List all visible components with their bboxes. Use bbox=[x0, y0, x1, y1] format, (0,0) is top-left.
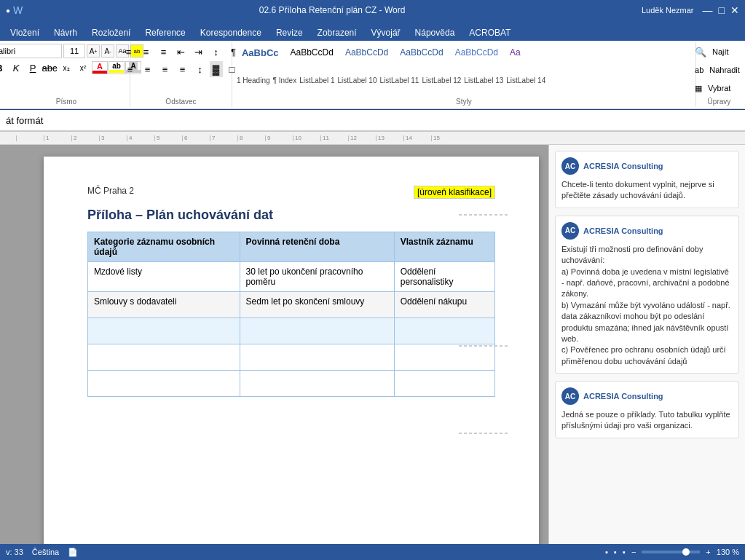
underline-button[interactable]: P bbox=[25, 60, 41, 76]
ribbon-tabs: Vložení Návrh Rozložení Reference Koresp… bbox=[0, 20, 745, 41]
tab-vlozeni[interactable]: Vložení bbox=[3, 25, 47, 41]
tab-korespondence[interactable]: Korespondence bbox=[193, 25, 269, 41]
tab-napoveda[interactable]: Nápověda bbox=[408, 25, 462, 41]
ruler: 1 2 3 4 5 6 7 8 9 10 11 12 13 14 15 bbox=[0, 132, 745, 145]
table-row: Smlouvy s dodavateli Sedm let po skončen… bbox=[88, 292, 495, 318]
comment-text-1: Chcete-li tento dokument vyplnit, nejprv… bbox=[561, 179, 733, 202]
cell-category-2[interactable]: Smlouvy s dodavateli bbox=[88, 292, 240, 318]
minimize-button[interactable]: — bbox=[703, 4, 713, 16]
style-h1[interactable]: AaBbCcDd bbox=[340, 45, 393, 61]
find-button[interactable]: Najít bbox=[709, 44, 733, 60]
cell-category-4[interactable] bbox=[88, 344, 240, 371]
window-controls[interactable]: — □ ✕ bbox=[703, 4, 739, 16]
plus-icon[interactable]: + bbox=[706, 548, 710, 556]
ribbon-content: A+ A- Aa ab B K P abc x₂ x² A bbox=[0, 41, 745, 109]
cell-category-3[interactable] bbox=[88, 318, 240, 344]
style-h2[interactable]: AaBbCcDd bbox=[395, 45, 448, 61]
col-header-category: Kategorie záznamu osobních údajů bbox=[88, 232, 240, 262]
comment-header-2: AC ACRESIA Consulting bbox=[561, 222, 733, 240]
font-color-button[interactable]: A bbox=[92, 61, 108, 74]
retention-table: Kategorie záznamu osobních údajů Povinná… bbox=[87, 232, 495, 397]
cell-retention-3[interactable] bbox=[240, 318, 394, 344]
table-header-row: Kategorie záznamu osobních údajů Povinná… bbox=[88, 232, 495, 262]
tab-zobrazeni[interactable]: Zobrazení bbox=[310, 25, 364, 41]
cell-retention-1[interactable]: 30 let po ukončení pracovního poměru bbox=[240, 262, 394, 292]
ruler-marks: 1 2 3 4 5 6 7 8 9 10 11 12 13 14 15 bbox=[6, 135, 739, 141]
tab-acrobat[interactable]: ACROBAT bbox=[462, 25, 518, 41]
ribbon-group-paragraph: ≡ ≡ ≡ ⇤ ⇥ ↕ ¶ ≡ ≡ ≡ ≡ ↕ ▓ □ Od bbox=[130, 42, 232, 107]
align-center[interactable]: ≡ bbox=[140, 61, 156, 77]
zoom-level: 130 % bbox=[717, 548, 739, 556]
minus-icon[interactable]: − bbox=[631, 548, 636, 556]
bullets-button[interactable]: ≡ bbox=[121, 44, 137, 60]
tab-navrh[interactable]: Návrh bbox=[47, 25, 84, 41]
sort[interactable]: ↕ bbox=[208, 44, 224, 60]
strikethrough-button[interactable]: abc bbox=[42, 60, 58, 76]
style-label-ll12: ListLabel 12 bbox=[422, 76, 461, 84]
table-row bbox=[88, 371, 495, 397]
italic-button[interactable]: K bbox=[8, 60, 24, 76]
comment-panel: AC ACRESIA Consulting Chcete-li tento do… bbox=[548, 145, 745, 560]
cell-owner-1[interactable]: Oddělení personalistiky bbox=[394, 262, 494, 292]
style-h3[interactable]: AaBbCcDd bbox=[450, 45, 503, 61]
cell-category-5[interactable] bbox=[88, 371, 240, 397]
style-label-ll1: ListLabel 1 bbox=[299, 76, 334, 84]
decrease-indent[interactable]: ⇤ bbox=[173, 44, 189, 60]
tab-reference[interactable]: Reference bbox=[138, 25, 192, 41]
select-button[interactable]: Vybrat bbox=[704, 80, 734, 96]
maximize-button[interactable]: □ bbox=[719, 4, 725, 16]
table-row bbox=[88, 318, 495, 344]
language-indicator: Čeština bbox=[32, 548, 59, 556]
zoom-thumb bbox=[682, 548, 690, 556]
style-nospacing[interactable]: AaBbCcDd bbox=[285, 45, 339, 61]
comment-author-1: ACRESIA Consulting bbox=[583, 162, 663, 170]
font-size-input[interactable] bbox=[63, 44, 85, 58]
numbering-button[interactable]: ≡ bbox=[138, 44, 154, 60]
cell-category-1[interactable]: Mzdové listy bbox=[88, 262, 240, 292]
word-count-icon: 📄 bbox=[68, 548, 78, 557]
comment-header-3: AC ACRESIA Consulting bbox=[561, 387, 733, 405]
multilevel-list[interactable]: ≡ bbox=[156, 44, 172, 60]
zoom-slider[interactable] bbox=[642, 551, 700, 553]
tab-revize[interactable]: Revize bbox=[269, 25, 310, 41]
bold-button[interactable]: B bbox=[0, 60, 7, 76]
font-name-input[interactable] bbox=[0, 44, 62, 58]
cell-retention-5[interactable] bbox=[240, 371, 394, 397]
tab-vyvojar[interactable]: Vývojář bbox=[364, 25, 408, 41]
shading-para[interactable]: ▓ bbox=[210, 61, 223, 77]
justify[interactable]: ≡ bbox=[175, 61, 191, 77]
superscript-button[interactable]: x² bbox=[75, 60, 91, 76]
document-page: MČ Praha 2 [úroveň klasifikace] Příloha … bbox=[44, 157, 539, 560]
font-size-increase[interactable]: A+ bbox=[87, 44, 100, 58]
tab-rozlozeni[interactable]: Rozložení bbox=[84, 25, 138, 41]
cell-owner-4[interactable] bbox=[394, 344, 494, 371]
line-spacing[interactable]: ↕ bbox=[192, 61, 208, 77]
format-bar: át formát bbox=[0, 110, 745, 132]
increase-indent[interactable]: ⇥ bbox=[191, 44, 207, 60]
close-button[interactable]: ✕ bbox=[730, 4, 739, 16]
style-label-index: ¶ Index bbox=[273, 76, 297, 84]
view-web-icon[interactable]: ▪ bbox=[623, 548, 626, 556]
replace-icon: ab bbox=[695, 66, 703, 74]
style-h4[interactable]: AaBbCcDd bbox=[505, 45, 521, 61]
view-reading-icon[interactable]: ▪ bbox=[614, 548, 617, 556]
view-normal-icon[interactable]: ▪ bbox=[605, 548, 608, 556]
editing-group-label: Úpravy bbox=[708, 96, 731, 106]
format-label: át formát bbox=[6, 115, 43, 126]
cell-owner-5[interactable] bbox=[394, 371, 494, 397]
cell-retention-4[interactable] bbox=[240, 344, 394, 371]
style-heading1[interactable]: AaBbCc bbox=[237, 45, 284, 61]
subscript-button[interactable]: x₂ bbox=[58, 60, 74, 76]
cell-retention-2[interactable]: Sedm let po skončení smlouvy bbox=[240, 292, 394, 318]
comment-author-3: ACRESIA Consulting bbox=[583, 392, 663, 401]
align-right[interactable]: ≡ bbox=[157, 61, 173, 77]
font-size-decrease[interactable]: A- bbox=[101, 44, 114, 58]
window-controls-left: ● W bbox=[6, 4, 23, 16]
title-bar: ● W 02.6 Příloha Retenční plán CZ - Word… bbox=[0, 0, 745, 20]
cell-owner-3[interactable] bbox=[394, 318, 494, 344]
align-left[interactable]: ≡ bbox=[122, 61, 138, 77]
cell-owner-2[interactable]: Oddělení nákupu bbox=[394, 292, 494, 318]
replace-button[interactable]: Nahradit bbox=[706, 62, 744, 78]
doc-scroll[interactable]: MČ Praha 2 [úroveň klasifikace] Příloha … bbox=[0, 145, 548, 560]
comment-text-2: Existují tři možnosti pro definování dob… bbox=[561, 244, 733, 367]
